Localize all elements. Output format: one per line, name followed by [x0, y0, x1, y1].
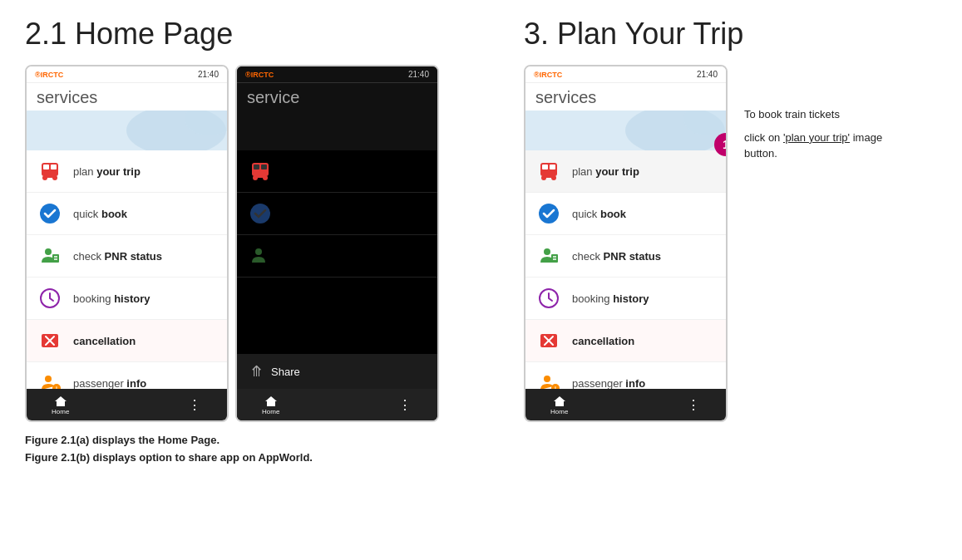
phone-b-bottom-nav: Home ⋮: [237, 389, 437, 420]
nav-home-a[interactable]: Home: [52, 395, 69, 415]
svg-marker-55: [554, 396, 565, 406]
phone-b-hero: [237, 111, 437, 150]
phone-a-header: services: [27, 83, 227, 111]
svg-point-42: [539, 204, 559, 224]
menu-item-check-b: [237, 193, 437, 235]
annotation-line2: click on 'plan your trip' image button.: [744, 130, 910, 162]
phone-a-bottom-nav: Home ⋮: [27, 389, 227, 420]
right-title: 3. Plan Your Trip: [524, 17, 937, 52]
hero-image-c: [525, 111, 726, 150]
menu-item-pnr-a[interactable]: check PNR status: [27, 235, 227, 278]
svg-rect-8: [44, 175, 56, 178]
menu-label-history-c: booking history: [572, 292, 649, 305]
menu-label-plan-trip-c: plan your trip: [572, 165, 639, 178]
hero-image-a: [27, 111, 227, 150]
svg-rect-26: [261, 165, 267, 169]
phone-c-bottom-nav: Home ⋮: [525, 389, 726, 420]
menu-item-quick-book-a[interactable]: quick book: [27, 193, 227, 235]
menu-item-plan-trip-c[interactable]: plan your trip: [525, 150, 726, 193]
annotation-link: 'plan your trip': [783, 131, 850, 144]
svg-rect-29: [254, 175, 266, 178]
nav-dots-a[interactable]: ⋮: [188, 397, 202, 413]
phone-b: ®IRCTC 21:40 service: [235, 65, 439, 422]
nav-dots-c[interactable]: ⋮: [687, 397, 701, 413]
nav-dots-b[interactable]: ⋮: [398, 397, 412, 413]
menu-label-history-a: booking history: [73, 292, 150, 305]
annotation-line1: To book train tickets: [744, 106, 910, 123]
captions: Figure 2.1(a) displays the Home Page. Fi…: [25, 434, 491, 464]
services-title-a: services: [37, 88, 217, 107]
svg-rect-23: [237, 111, 437, 150]
svg-rect-11: [52, 254, 59, 263]
cancel-icon-c: [535, 327, 562, 354]
phone-c-menu: plan your trip quick book ch: [525, 150, 726, 389]
services-title-c: services: [535, 88, 716, 107]
phone-c-header: services: [525, 83, 726, 111]
svg-point-30: [250, 204, 270, 224]
menu-item-pnr-b: [237, 235, 437, 278]
nav-home-c[interactable]: Home: [550, 395, 568, 415]
svg-rect-44: [551, 254, 558, 263]
nav-home-label-c: Home: [550, 408, 568, 415]
svg-rect-38: [550, 165, 555, 169]
phone-a-hero: [27, 111, 227, 150]
nav-home-b[interactable]: Home: [262, 395, 279, 415]
history-icon-c: [535, 285, 562, 312]
svg-marker-32: [265, 396, 277, 406]
menu-label-passenger-a: passenger info: [73, 377, 146, 390]
hero-image-b: [237, 111, 437, 150]
menu-label-passenger-c: passenger info: [572, 377, 645, 390]
badge-container: 1: [714, 133, 728, 156]
menu-item-pnr-c[interactable]: check PNR status: [525, 235, 726, 278]
menu-item-history-a[interactable]: booking history: [27, 278, 227, 320]
passenger-icon-c: i: [535, 370, 562, 389]
menu-item-plan-trip-a[interactable]: plan your trip: [27, 150, 227, 193]
menu-item-passenger-c[interactable]: i passenger info: [525, 362, 726, 389]
phone-c-hero: [525, 111, 726, 150]
phone-b-status-bar: ®IRCTC 21:40: [237, 66, 437, 83]
phones-row: ®IRCTC 21:40 services: [25, 65, 491, 422]
annotation-box: To book train tickets click on 'plan you…: [744, 106, 910, 162]
phone-a: ®IRCTC 21:40 services: [25, 65, 229, 422]
svg-rect-25: [254, 165, 259, 169]
train-icon-c: [535, 158, 562, 184]
menu-item-history-c[interactable]: booking history: [525, 278, 726, 320]
menu-label-quick-book-c: quick book: [572, 208, 626, 220]
menu-label-pnr-a: check PNR status: [73, 250, 162, 263]
check-icon-c: [535, 200, 562, 227]
pnr-icon-c: [535, 243, 562, 269]
irctc-logo-c: ®IRCTC: [534, 71, 562, 79]
menu-item-passenger-a[interactable]: i passenger info: [27, 362, 227, 389]
svg-point-43: [544, 248, 550, 255]
menu-label-pnr-c: check PNR status: [572, 250, 661, 263]
nav-home-label-b: Home: [262, 408, 279, 415]
phone-c-status-bar: ®IRCTC 21:40: [525, 66, 726, 83]
menu-item-quick-book-c[interactable]: quick book: [525, 193, 726, 235]
irctc-logo-b: ®IRCTC: [245, 71, 274, 79]
caption-a: Figure 2.1(a) displays the Home Page.: [25, 434, 491, 446]
svg-marker-22: [55, 396, 67, 406]
train-icon-a: [37, 158, 63, 184]
phone-a-menu: plan your trip quick book ch: [27, 150, 227, 389]
phone-c: ®IRCTC 21:40 services: [524, 65, 728, 422]
right-section: 3. Plan Your Trip ®IRCTC 21:40 services: [524, 17, 937, 469]
svg-point-31: [255, 248, 262, 255]
svg-point-18: [45, 376, 52, 382]
share-overlay: ⤊ Share: [237, 354, 437, 389]
services-title-b: service: [247, 88, 427, 107]
menu-item-cancel-c[interactable]: cancellation: [525, 320, 726, 362]
history-icon-a: [37, 285, 63, 312]
phone-b-menu: [237, 150, 437, 389]
menu-item-cancel-a[interactable]: cancellation: [27, 320, 227, 362]
right-phones-row: ®IRCTC 21:40 services: [524, 65, 937, 422]
caption-b: Figure 2.1(b) displays option to share a…: [25, 451, 491, 464]
time-b: 21:40: [408, 70, 429, 79]
menu-label-cancel-c: cancellation: [572, 335, 634, 347]
left-title: 2.1 Home Page: [25, 17, 491, 52]
nav-home-label-a: Home: [52, 408, 69, 415]
time-c: 21:40: [697, 70, 718, 79]
svg-point-9: [40, 204, 60, 224]
svg-rect-41: [543, 175, 555, 178]
passenger-icon-a: i: [37, 370, 63, 389]
svg-point-10: [45, 248, 52, 255]
